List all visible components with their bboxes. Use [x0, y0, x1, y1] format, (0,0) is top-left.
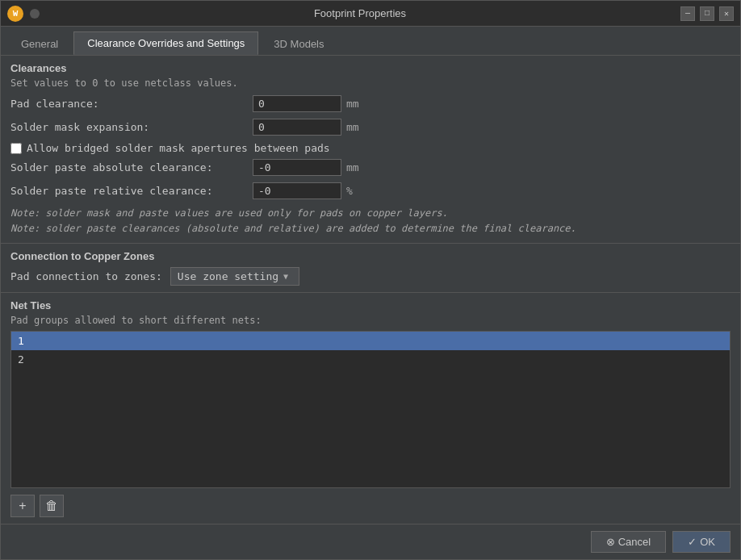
solder-paste-abs-input[interactable] — [253, 159, 341, 176]
netties-subtitle: Pad groups allowed to short different ne… — [10, 315, 731, 326]
clearances-section: Clearances Set values to 0 to use netcla… — [1, 56, 740, 244]
list-actions: + 🗑 — [10, 495, 731, 517]
solder-paste-rel-row: Solder paste relative clearance: % — [10, 182, 731, 199]
solder-mask-unit: mm — [346, 121, 359, 133]
pad-conn-label: Pad connection to zones: — [10, 270, 162, 282]
connection-row: Pad connection to zones: Use zone settin… — [10, 267, 731, 286]
solder-paste-rel-unit: % — [346, 185, 353, 197]
netties-section: Net Ties Pad groups allowed to short dif… — [1, 293, 740, 524]
close-button[interactable]: ✕ — [719, 6, 734, 21]
clearances-title: Clearances — [10, 62, 731, 74]
trash-icon: 🗑 — [45, 499, 58, 513]
minimize-button[interactable]: — — [680, 6, 695, 21]
note2: Note: solder paste clearances (absolute … — [10, 221, 731, 236]
solder-paste-abs-label: Solder paste absolute clearance: — [10, 161, 253, 173]
netties-title: Net Ties — [10, 299, 731, 311]
connection-section: Connection to Copper Zones Pad connectio… — [1, 244, 740, 293]
tab-clearance[interactable]: Clearance Overrides and Settings — [73, 31, 258, 55]
allow-bridged-checkbox[interactable] — [10, 143, 22, 154]
titlebar-controls: — □ ✕ — [680, 6, 734, 21]
pad-clearance-input[interactable] — [253, 95, 341, 112]
solder-mask-input[interactable] — [253, 119, 341, 136]
cancel-button[interactable]: ⊗ Cancel — [591, 531, 666, 553]
pad-clearance-label: Pad clearance: — [10, 98, 253, 110]
cancel-label: Cancel — [618, 536, 651, 548]
tab-3dmodels[interactable]: 3D Models — [260, 32, 337, 55]
dropdown-arrow-icon: ▼ — [283, 272, 288, 281]
app-icon: W — [7, 6, 23, 22]
window-dot[interactable] — [30, 9, 40, 19]
list-item[interactable]: 1 — [11, 332, 730, 350]
solder-paste-abs-unit: mm — [346, 161, 359, 173]
titlebar-left: W — [7, 6, 40, 22]
notes-area: Note: solder mask and paste values are u… — [10, 206, 731, 236]
pad-clearance-row: Pad clearance: mm — [10, 95, 731, 112]
cancel-icon: ⊗ — [606, 536, 615, 548]
list-item[interactable]: 2 — [11, 350, 730, 369]
main-window: W Footprint Properties — □ ✕ General Cle… — [0, 0, 741, 560]
solder-paste-rel-input[interactable] — [253, 182, 341, 199]
pad-conn-dropdown[interactable]: Use zone setting ▼ — [170, 267, 299, 286]
netties-list: 1 2 — [10, 331, 731, 488]
tabs-bar: General Clearance Overrides and Settings… — [1, 27, 740, 56]
solder-paste-rel-label: Solder paste relative clearance: — [10, 185, 253, 197]
ok-label: OK — [700, 536, 715, 548]
footer: ⊗ Cancel ✓ OK — [1, 524, 740, 559]
solder-paste-abs-row: Solder paste absolute clearance: mm — [10, 159, 731, 176]
ok-icon: ✓ — [688, 536, 697, 548]
clearances-subtitle: Set values to 0 to use netclass values. — [10, 77, 731, 89]
note1: Note: solder mask and paste values are u… — [10, 206, 731, 221]
delete-item-button[interactable]: 🗑 — [40, 495, 64, 517]
maximize-button[interactable]: □ — [700, 6, 714, 21]
titlebar: W Footprint Properties — □ ✕ — [1, 1, 740, 27]
allow-bridged-row: Allow bridged solder mask apertures betw… — [10, 142, 731, 154]
window-title: Footprint Properties — [40, 7, 680, 19]
content-area: Clearances Set values to 0 to use netcla… — [1, 56, 740, 524]
allow-bridged-label: Allow bridged solder mask apertures betw… — [27, 142, 330, 154]
solder-mask-label: Solder mask expansion: — [10, 121, 253, 133]
connection-title: Connection to Copper Zones — [10, 250, 731, 262]
pad-clearance-unit: mm — [346, 98, 359, 110]
solder-mask-row: Solder mask expansion: mm — [10, 119, 731, 136]
pad-conn-value: Use zone setting — [178, 270, 278, 282]
tab-general[interactable]: General — [7, 32, 72, 55]
add-item-button[interactable]: + — [10, 495, 35, 517]
ok-button[interactable]: ✓ OK — [672, 531, 731, 553]
